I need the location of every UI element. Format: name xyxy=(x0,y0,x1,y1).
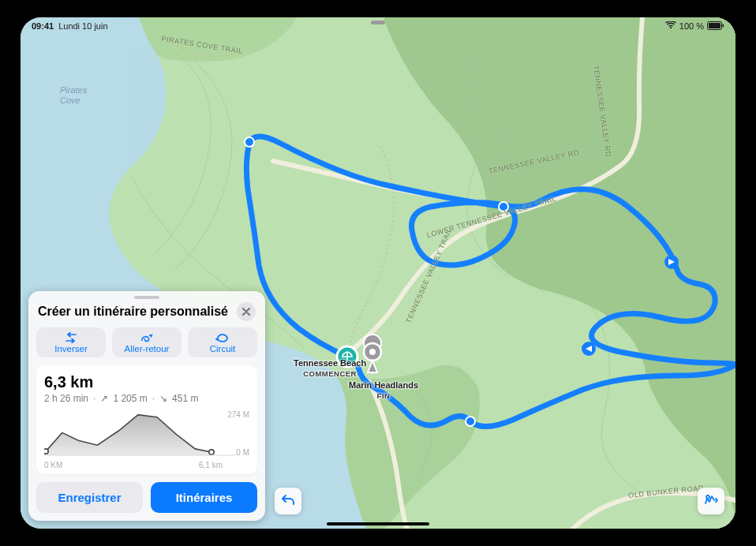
svg-rect-1 xyxy=(709,23,720,28)
loop-icon xyxy=(215,332,230,343)
save-button[interactable]: Enregistrer xyxy=(36,482,143,513)
out-and-back-button[interactable]: Aller-retour xyxy=(112,327,182,357)
battery-text: 100 % xyxy=(679,21,704,31)
svg-rect-2 xyxy=(723,24,724,27)
close-icon xyxy=(242,307,250,317)
undo-icon xyxy=(281,493,295,509)
status-time: 09:41 xyxy=(32,21,54,31)
svg-point-12 xyxy=(44,449,48,454)
card-drag-handle[interactable] xyxy=(134,296,159,299)
elev-x-end: 6,1 km xyxy=(199,461,223,469)
card-title: Créer un itinéraire personnalisé xyxy=(38,305,228,319)
reverse-icon xyxy=(64,332,78,343)
route-option-row: Inverser Aller-retour Circuit xyxy=(36,327,257,357)
home-indicator[interactable] xyxy=(327,522,429,525)
transport-mode-icon xyxy=(703,492,719,510)
reverse-button[interactable]: Inverser xyxy=(36,327,106,357)
option-label: Inverser xyxy=(54,344,88,353)
close-button[interactable] xyxy=(237,302,256,321)
elev-x-start: 0 KM xyxy=(44,461,62,469)
descent-icon: ↘ xyxy=(159,393,167,404)
svg-point-6 xyxy=(466,417,475,426)
svg-point-13 xyxy=(209,450,214,454)
route-descent: 451 m xyxy=(172,393,198,404)
stats-panel: 6,3 km 2 h 26 min · ↗ 1 205 m · ↘ 451 m xyxy=(36,365,257,474)
route-distance: 6,3 km xyxy=(44,373,249,391)
route-duration: 2 h 26 min xyxy=(44,393,88,404)
end-label: Marin Headlands FIN xyxy=(349,380,418,401)
ocean-label: Pirates Cove xyxy=(60,85,87,106)
svg-point-4 xyxy=(245,137,254,147)
route-card: Créer un itinéraire personnalisé Inverse… xyxy=(28,291,265,521)
wifi-icon xyxy=(665,21,676,31)
elevation-chart: 274 M 0 M 0 KM 6,1 km xyxy=(44,410,249,469)
ascent-icon: ↗ xyxy=(100,393,108,404)
loop-button[interactable]: Circuit xyxy=(188,327,257,357)
svg-point-11 xyxy=(369,349,376,355)
option-label: Aller-retour xyxy=(125,344,170,353)
option-label: Circuit xyxy=(210,344,236,353)
route-meta: 2 h 26 min · ↗ 1 205 m · ↘ 451 m xyxy=(44,393,249,404)
elev-max-label: 274 M xyxy=(227,410,249,419)
map-mode-button[interactable] xyxy=(698,488,724,514)
status-bar: 09:41 Lundi 10 juin 100 % xyxy=(21,17,735,35)
ipad-frame: 09:41 Lundi 10 juin 100 % xyxy=(0,0,756,546)
route-ascent: 1 205 m xyxy=(113,393,147,404)
screen: 09:41 Lundi 10 juin 100 % xyxy=(21,17,735,529)
out-and-back-icon xyxy=(140,332,154,343)
start-label: Tennessee Beach COMMENCER xyxy=(294,358,366,379)
elev-min-label: 0 M xyxy=(227,448,249,457)
battery-icon xyxy=(707,21,724,32)
directions-button[interactable]: Itinéraires xyxy=(151,482,257,513)
status-date: Lundi 10 juin xyxy=(58,21,107,31)
undo-button[interactable] xyxy=(275,488,301,514)
